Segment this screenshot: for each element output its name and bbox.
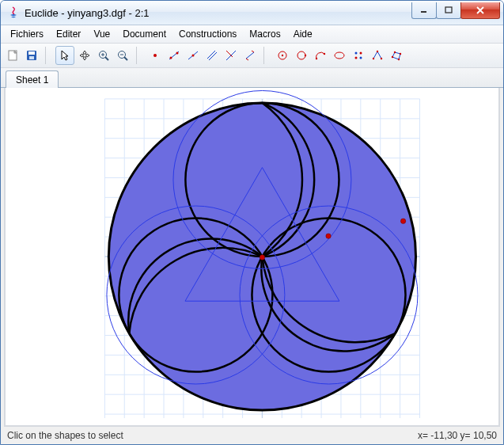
perpendicular-icon[interactable] [222, 47, 240, 64]
svg-point-33 [355, 52, 358, 55]
svg-point-29 [305, 55, 306, 56]
svg-point-39 [377, 51, 378, 52]
svg-rect-5 [29, 56, 34, 59]
app-window: Euclide - yinyang3.dgf - 2:1 Fichiers Ed… [0, 0, 504, 445]
parallel-icon[interactable] [203, 47, 221, 64]
svg-point-16 [176, 52, 179, 55]
toolbar-separator [136, 47, 142, 64]
svg-point-30 [316, 58, 317, 59]
menu-fichiers[interactable]: Fichiers [4, 27, 50, 41]
poly2-icon[interactable] [369, 47, 386, 64]
menu-macros[interactable]: Macros [243, 27, 286, 41]
circle-icon[interactable] [274, 47, 291, 64]
zoom-in-icon[interactable] [95, 47, 112, 64]
svg-point-13 [153, 54, 157, 57]
poly3-icon[interactable] [388, 47, 405, 64]
svg-point-32 [335, 52, 344, 59]
svg-point-43 [398, 59, 400, 60]
window-title: Euclide - yinyang3.dgf - 2:1 [25, 7, 411, 19]
svg-point-91 [326, 234, 331, 238]
svg-point-28 [297, 51, 305, 59]
svg-point-40 [392, 56, 393, 58]
circle-pt-icon[interactable] [293, 47, 310, 64]
java-app-icon [7, 6, 20, 19]
menubar: Fichiers Editer Vue Document Constructio… [1, 25, 503, 44]
statusbar: Clic on the shapes to select x= -11,30 y… [1, 427, 503, 444]
tab-sheet1[interactable]: Sheet 1 [6, 70, 59, 88]
toolbar [1, 44, 503, 68]
maximize-button[interactable] [436, 2, 461, 19]
close-button[interactable] [460, 2, 500, 19]
svg-point-27 [282, 55, 283, 56]
menu-editer[interactable]: Editer [50, 27, 87, 41]
svg-point-37 [373, 58, 374, 59]
svg-line-25 [252, 51, 254, 52]
zoom-out-icon[interactable] [114, 47, 131, 64]
window-controls [411, 2, 500, 18]
sheet-tabs: Sheet 1 [1, 68, 503, 88]
svg-line-22 [226, 51, 233, 57]
titlebar: Euclide - yinyang3.dgf - 2:1 [1, 1, 503, 25]
toolbar-separator [263, 47, 269, 64]
svg-point-34 [360, 52, 362, 55]
new-file-icon[interactable] [4, 47, 21, 64]
line-ab-icon[interactable] [165, 47, 183, 64]
svg-rect-1 [445, 7, 452, 13]
svg-point-38 [381, 58, 382, 59]
point-icon[interactable] [146, 47, 164, 64]
status-hint: Clic on the shapes to select [7, 430, 123, 441]
cursor-icon[interactable] [55, 46, 74, 65]
arc-icon[interactable] [312, 47, 329, 64]
minimize-button[interactable] [411, 2, 437, 19]
svg-point-15 [170, 57, 172, 59]
svg-point-92 [400, 219, 405, 223]
svg-line-23 [246, 52, 254, 59]
toolbar-separator [45, 47, 51, 64]
svg-point-90 [260, 255, 264, 260]
svg-point-35 [355, 57, 358, 59]
menu-aide[interactable]: Aide [287, 27, 319, 41]
svg-line-11 [124, 57, 127, 60]
svg-rect-4 [28, 51, 35, 55]
menu-document[interactable]: Document [116, 27, 172, 41]
move-icon[interactable] [76, 47, 93, 64]
svg-line-24 [246, 59, 248, 60]
menu-constructions[interactable]: Constructions [172, 27, 243, 41]
geometry-figure [6, 88, 498, 425]
svg-line-7 [105, 57, 108, 60]
save-icon[interactable] [23, 47, 40, 64]
status-coords: x= -11,30 y= 10,50 [418, 430, 497, 441]
svg-point-31 [324, 53, 325, 55]
menu-vue[interactable]: Vue [87, 27, 116, 41]
poly1-icon[interactable] [350, 47, 367, 64]
ellipse-icon[interactable] [331, 47, 348, 64]
svg-point-18 [192, 55, 195, 57]
segment-icon[interactable] [241, 47, 259, 64]
drawing-canvas[interactable] [4, 88, 500, 427]
svg-point-41 [394, 51, 396, 53]
svg-point-36 [360, 57, 362, 59]
svg-point-42 [400, 53, 401, 55]
line-pt-icon[interactable] [184, 47, 202, 64]
